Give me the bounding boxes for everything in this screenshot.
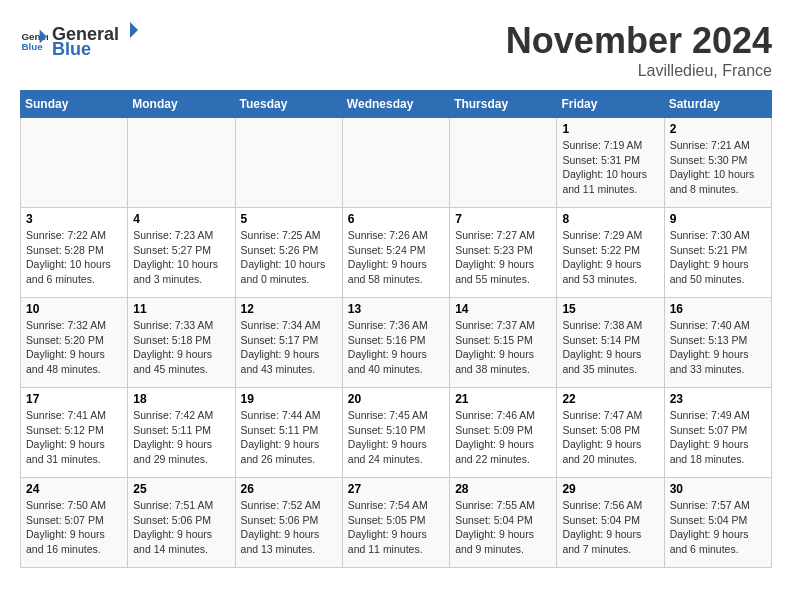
calendar-cell: 3Sunrise: 7:22 AMSunset: 5:28 PMDaylight… xyxy=(21,208,128,298)
day-number: 10 xyxy=(26,302,122,316)
day-info: Sunrise: 7:30 AMSunset: 5:21 PMDaylight:… xyxy=(670,228,766,287)
calendar-week-row: 17Sunrise: 7:41 AMSunset: 5:12 PMDayligh… xyxy=(21,388,772,478)
day-number: 12 xyxy=(241,302,337,316)
weekday-header-sunday: Sunday xyxy=(21,91,128,118)
day-info: Sunrise: 7:38 AMSunset: 5:14 PMDaylight:… xyxy=(562,318,658,377)
day-number: 9 xyxy=(670,212,766,226)
weekday-header-friday: Friday xyxy=(557,91,664,118)
calendar-cell: 11Sunrise: 7:33 AMSunset: 5:18 PMDayligh… xyxy=(128,298,235,388)
day-number: 24 xyxy=(26,482,122,496)
day-info: Sunrise: 7:26 AMSunset: 5:24 PMDaylight:… xyxy=(348,228,444,287)
day-number: 20 xyxy=(348,392,444,406)
calendar-cell: 5Sunrise: 7:25 AMSunset: 5:26 PMDaylight… xyxy=(235,208,342,298)
weekday-header-thursday: Thursday xyxy=(450,91,557,118)
day-info: Sunrise: 7:32 AMSunset: 5:20 PMDaylight:… xyxy=(26,318,122,377)
day-info: Sunrise: 7:50 AMSunset: 5:07 PMDaylight:… xyxy=(26,498,122,557)
day-info: Sunrise: 7:49 AMSunset: 5:07 PMDaylight:… xyxy=(670,408,766,467)
day-info: Sunrise: 7:44 AMSunset: 5:11 PMDaylight:… xyxy=(241,408,337,467)
svg-marker-2 xyxy=(130,22,138,38)
day-number: 7 xyxy=(455,212,551,226)
day-number: 18 xyxy=(133,392,229,406)
day-info: Sunrise: 7:37 AMSunset: 5:15 PMDaylight:… xyxy=(455,318,551,377)
day-info: Sunrise: 7:41 AMSunset: 5:12 PMDaylight:… xyxy=(26,408,122,467)
day-number: 15 xyxy=(562,302,658,316)
calendar-cell: 12Sunrise: 7:34 AMSunset: 5:17 PMDayligh… xyxy=(235,298,342,388)
calendar-cell: 1Sunrise: 7:19 AMSunset: 5:31 PMDaylight… xyxy=(557,118,664,208)
day-number: 25 xyxy=(133,482,229,496)
location-title: Lavilledieu, France xyxy=(506,62,772,80)
calendar-week-row: 3Sunrise: 7:22 AMSunset: 5:28 PMDaylight… xyxy=(21,208,772,298)
calendar-week-row: 1Sunrise: 7:19 AMSunset: 5:31 PMDaylight… xyxy=(21,118,772,208)
weekday-header-tuesday: Tuesday xyxy=(235,91,342,118)
calendar-cell: 25Sunrise: 7:51 AMSunset: 5:06 PMDayligh… xyxy=(128,478,235,568)
day-number: 23 xyxy=(670,392,766,406)
calendar-cell: 23Sunrise: 7:49 AMSunset: 5:07 PMDayligh… xyxy=(664,388,771,478)
svg-text:Blue: Blue xyxy=(21,41,43,52)
weekday-header-wednesday: Wednesday xyxy=(342,91,449,118)
calendar-cell: 22Sunrise: 7:47 AMSunset: 5:08 PMDayligh… xyxy=(557,388,664,478)
calendar-cell: 16Sunrise: 7:40 AMSunset: 5:13 PMDayligh… xyxy=(664,298,771,388)
weekday-header-saturday: Saturday xyxy=(664,91,771,118)
day-number: 16 xyxy=(670,302,766,316)
day-info: Sunrise: 7:29 AMSunset: 5:22 PMDaylight:… xyxy=(562,228,658,287)
calendar-cell xyxy=(342,118,449,208)
calendar-cell: 20Sunrise: 7:45 AMSunset: 5:10 PMDayligh… xyxy=(342,388,449,478)
calendar-cell: 21Sunrise: 7:46 AMSunset: 5:09 PMDayligh… xyxy=(450,388,557,478)
day-number: 4 xyxy=(133,212,229,226)
month-title: November 2024 xyxy=(506,20,772,62)
day-number: 8 xyxy=(562,212,658,226)
day-info: Sunrise: 7:56 AMSunset: 5:04 PMDaylight:… xyxy=(562,498,658,557)
calendar-cell xyxy=(235,118,342,208)
day-info: Sunrise: 7:33 AMSunset: 5:18 PMDaylight:… xyxy=(133,318,229,377)
day-info: Sunrise: 7:42 AMSunset: 5:11 PMDaylight:… xyxy=(133,408,229,467)
calendar-cell: 30Sunrise: 7:57 AMSunset: 5:04 PMDayligh… xyxy=(664,478,771,568)
day-info: Sunrise: 7:52 AMSunset: 5:06 PMDaylight:… xyxy=(241,498,337,557)
day-info: Sunrise: 7:21 AMSunset: 5:30 PMDaylight:… xyxy=(670,138,766,197)
calendar-table: SundayMondayTuesdayWednesdayThursdayFrid… xyxy=(20,90,772,568)
day-info: Sunrise: 7:22 AMSunset: 5:28 PMDaylight:… xyxy=(26,228,122,287)
calendar-cell: 18Sunrise: 7:42 AMSunset: 5:11 PMDayligh… xyxy=(128,388,235,478)
day-number: 21 xyxy=(455,392,551,406)
day-number: 1 xyxy=(562,122,658,136)
calendar-cell: 19Sunrise: 7:44 AMSunset: 5:11 PMDayligh… xyxy=(235,388,342,478)
day-info: Sunrise: 7:45 AMSunset: 5:10 PMDaylight:… xyxy=(348,408,444,467)
calendar-cell: 29Sunrise: 7:56 AMSunset: 5:04 PMDayligh… xyxy=(557,478,664,568)
day-number: 6 xyxy=(348,212,444,226)
day-number: 30 xyxy=(670,482,766,496)
day-number: 27 xyxy=(348,482,444,496)
calendar-cell: 7Sunrise: 7:27 AMSunset: 5:23 PMDaylight… xyxy=(450,208,557,298)
calendar-cell: 24Sunrise: 7:50 AMSunset: 5:07 PMDayligh… xyxy=(21,478,128,568)
calendar-cell: 6Sunrise: 7:26 AMSunset: 5:24 PMDaylight… xyxy=(342,208,449,298)
calendar-cell: 17Sunrise: 7:41 AMSunset: 5:12 PMDayligh… xyxy=(21,388,128,478)
day-info: Sunrise: 7:46 AMSunset: 5:09 PMDaylight:… xyxy=(455,408,551,467)
calendar-cell: 15Sunrise: 7:38 AMSunset: 5:14 PMDayligh… xyxy=(557,298,664,388)
calendar-cell xyxy=(450,118,557,208)
day-number: 17 xyxy=(26,392,122,406)
weekday-header-row: SundayMondayTuesdayWednesdayThursdayFrid… xyxy=(21,91,772,118)
calendar-week-row: 24Sunrise: 7:50 AMSunset: 5:07 PMDayligh… xyxy=(21,478,772,568)
day-info: Sunrise: 7:34 AMSunset: 5:17 PMDaylight:… xyxy=(241,318,337,377)
header: General Blue General Blue November 2024 … xyxy=(20,20,772,80)
calendar-cell: 27Sunrise: 7:54 AMSunset: 5:05 PMDayligh… xyxy=(342,478,449,568)
day-number: 28 xyxy=(455,482,551,496)
calendar-cell: 8Sunrise: 7:29 AMSunset: 5:22 PMDaylight… xyxy=(557,208,664,298)
day-number: 14 xyxy=(455,302,551,316)
day-info: Sunrise: 7:19 AMSunset: 5:31 PMDaylight:… xyxy=(562,138,658,197)
logo: General Blue General Blue xyxy=(20,20,141,60)
day-info: Sunrise: 7:27 AMSunset: 5:23 PMDaylight:… xyxy=(455,228,551,287)
day-info: Sunrise: 7:47 AMSunset: 5:08 PMDaylight:… xyxy=(562,408,658,467)
calendar-week-row: 10Sunrise: 7:32 AMSunset: 5:20 PMDayligh… xyxy=(21,298,772,388)
weekday-header-monday: Monday xyxy=(128,91,235,118)
day-number: 22 xyxy=(562,392,658,406)
day-info: Sunrise: 7:57 AMSunset: 5:04 PMDaylight:… xyxy=(670,498,766,557)
calendar-cell: 9Sunrise: 7:30 AMSunset: 5:21 PMDaylight… xyxy=(664,208,771,298)
day-number: 11 xyxy=(133,302,229,316)
calendar-cell: 26Sunrise: 7:52 AMSunset: 5:06 PMDayligh… xyxy=(235,478,342,568)
calendar-cell: 13Sunrise: 7:36 AMSunset: 5:16 PMDayligh… xyxy=(342,298,449,388)
day-info: Sunrise: 7:40 AMSunset: 5:13 PMDaylight:… xyxy=(670,318,766,377)
calendar-cell: 2Sunrise: 7:21 AMSunset: 5:30 PMDaylight… xyxy=(664,118,771,208)
day-number: 2 xyxy=(670,122,766,136)
calendar-cell: 14Sunrise: 7:37 AMSunset: 5:15 PMDayligh… xyxy=(450,298,557,388)
day-number: 29 xyxy=(562,482,658,496)
day-number: 13 xyxy=(348,302,444,316)
